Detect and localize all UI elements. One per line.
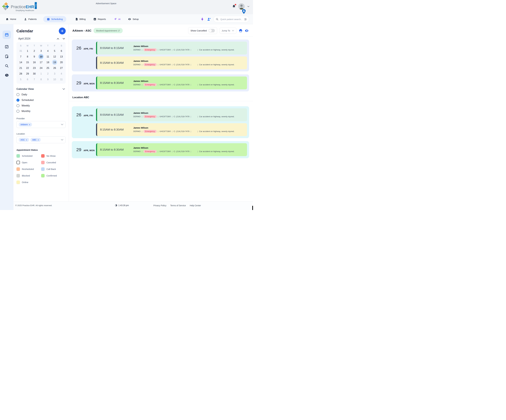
calendar-day[interactable]: 1 <box>38 71 44 76</box>
calendar-day[interactable]: 4 <box>58 71 65 76</box>
calendar-day[interactable]: 27 <box>58 65 65 70</box>
calendar-day[interactable]: 2 <box>31 48 38 54</box>
calendar-day[interactable]: 30 <box>31 71 38 76</box>
calendar-day[interactable]: 8 <box>38 77 44 82</box>
scrollbar-thumb[interactable] <box>252 206 253 210</box>
rail-history-item[interactable] <box>3 71 11 79</box>
add-patient-icon[interactable] <box>207 17 211 21</box>
show-cancelled-toggle[interactable] <box>209 29 215 32</box>
calendar-day[interactable]: 19 <box>51 60 58 65</box>
calendar-day[interactable]: 23 <box>31 65 38 70</box>
collapse-chevron-icon[interactable] <box>62 88 65 90</box>
help-center-link[interactable]: Help Center <box>190 204 201 207</box>
calendar-day[interactable]: 5 <box>51 48 58 54</box>
day-of-week-label: M <box>24 44 31 48</box>
appointment-details: DERMO| Emergency| UHC87726/0| C: (214) 5… <box>133 83 234 86</box>
calendar-day[interactable]: 20 <box>58 60 65 65</box>
appointment-row[interactable]: 8:00AM to 8:15AM James Wilson DERMO| Eme… <box>96 108 247 121</box>
rail-calendar-item[interactable] <box>3 31 11 39</box>
calendar-day[interactable]: 4 <box>44 48 51 54</box>
quick-search-bar <box>213 16 249 22</box>
view-option-weekly[interactable]: Weekly <box>16 104 66 107</box>
terms-of-service-link[interactable]: Terms of Service <box>170 204 186 207</box>
quick-patient-search-input[interactable] <box>220 18 243 21</box>
calendar-day[interactable]: 6 <box>58 48 65 54</box>
calendar-day[interactable]: 2 <box>44 71 51 76</box>
nav-item-home[interactable]: Home <box>6 18 16 21</box>
clock-icon <box>5 73 9 77</box>
calendar-day[interactable]: 18 <box>44 60 51 65</box>
calendar-day[interactable]: 28 <box>17 71 24 76</box>
calendar-day[interactable]: 31 <box>17 48 24 54</box>
jump-to-dropdown[interactable]: Jump To <box>220 27 236 34</box>
chip-remove-icon[interactable]: × <box>29 123 30 126</box>
calendar-day[interactable]: 7 <box>17 54 24 59</box>
prev-month-chevron-icon[interactable] <box>57 38 59 40</box>
print-button[interactable] <box>239 29 243 33</box>
nav-item-scheduling[interactable]: Scheduling <box>43 16 66 22</box>
calendar-day[interactable]: 25 <box>44 65 51 70</box>
appointment-row[interactable]: 8:00AM to 8:15AM James Wilson DERMO| Eme… <box>96 42 247 54</box>
rail-calendar-check-item[interactable] <box>3 42 11 51</box>
schedule-settings-button[interactable] <box>245 29 249 33</box>
nav-item-setup[interactable]: Setup <box>128 18 139 21</box>
calendar-day[interactable]: 15 <box>24 60 31 65</box>
radio-unchecked[interactable] <box>16 110 20 113</box>
calendar-day[interactable]: 3 <box>38 48 44 54</box>
user-avatar[interactable] <box>238 3 245 10</box>
appointment-row[interactable]: 8:15AM to 8:30AM James Wilson DERMO| Eme… <box>96 143 247 156</box>
calendar-day[interactable]: 11 <box>58 77 65 82</box>
appointment-row[interactable]: 8:15AM to 8:30AM James Wilson DERMO| Eme… <box>96 123 247 136</box>
calendar-day[interactable]: 16 <box>31 60 38 65</box>
ai-sparkle-button[interactable] <box>200 17 204 21</box>
provider-chip: AAleem × <box>19 122 32 127</box>
rail-search-item[interactable] <box>3 62 11 70</box>
calendar-day[interactable]: 13 <box>58 54 65 59</box>
calendar-day[interactable]: 9 <box>44 77 51 82</box>
radio-unchecked[interactable] <box>16 104 20 107</box>
calendar-day[interactable]: 3 <box>51 71 58 76</box>
location-select[interactable]: ASC × ABC × <box>16 136 66 143</box>
ai-sparkle-icon <box>114 18 117 21</box>
location-chip: ASC × <box>19 138 29 142</box>
calendar-day[interactable]: 10 <box>38 54 44 59</box>
view-option-daily[interactable]: Daily <box>16 93 66 96</box>
add-appointment-button[interactable] <box>59 27 66 34</box>
rail-clipboard-clock-item[interactable] <box>3 52 11 61</box>
radio-checked[interactable] <box>16 99 20 102</box>
day-of-week-label: S <box>58 44 65 48</box>
calendar-day[interactable]: 10 <box>51 77 58 82</box>
user-menu-chevron-icon[interactable] <box>247 5 250 8</box>
calendar-day[interactable]: 8 <box>24 54 31 59</box>
radio-unchecked[interactable] <box>16 93 20 96</box>
view-option-monthly[interactable]: Monthly <box>16 110 66 113</box>
calendar-day[interactable]: 12 <box>51 54 58 59</box>
appointment-row[interactable]: 8:15AM to 8:30AM James Wilson DERMO| Eme… <box>96 56 247 69</box>
calendar-day[interactable]: 21 <box>17 65 24 70</box>
calendar-day[interactable]: 24 <box>38 65 44 70</box>
calendar-day[interactable]: 11 <box>44 54 51 59</box>
calendar-day[interactable]: 5 <box>17 77 24 82</box>
provider-select[interactable]: AAleem × <box>16 121 66 128</box>
privacy-policy-link[interactable]: Privacy Policy <box>153 204 166 207</box>
chip-remove-icon[interactable]: × <box>38 139 39 141</box>
calendar-day[interactable]: 29 <box>24 71 31 76</box>
nav-item-reports[interactable]: Reports <box>93 18 106 21</box>
nav-item-ai[interactable]: AI <box>114 18 120 21</box>
calendar-day[interactable]: 9 <box>31 54 38 59</box>
nav-item-billing[interactable]: $ Billing <box>75 18 86 21</box>
calendar-day[interactable]: 17 <box>38 60 44 65</box>
notifications-bell-icon[interactable] <box>232 5 236 8</box>
calendar-day[interactable]: 7 <box>31 77 38 82</box>
chip-remove-icon[interactable]: × <box>26 139 27 141</box>
calendar-day[interactable]: 1 <box>24 48 31 54</box>
calendar-day[interactable]: 22 <box>24 65 31 70</box>
calendar-day[interactable]: 14 <box>17 60 24 65</box>
view-option-scheduled[interactable]: Scheduled <box>16 99 66 102</box>
nav-item-patients[interactable]: Patients <box>24 18 37 21</box>
location-person-pin-icon[interactable] <box>242 9 246 14</box>
calendar-day[interactable]: 26 <box>51 65 58 70</box>
appointment-row[interactable]: 8:15AM to 8:30AM James Wilson DERMO| Eme… <box>96 76 247 89</box>
next-month-chevron-icon[interactable] <box>63 38 65 40</box>
calendar-day[interactable]: 6 <box>24 77 31 82</box>
